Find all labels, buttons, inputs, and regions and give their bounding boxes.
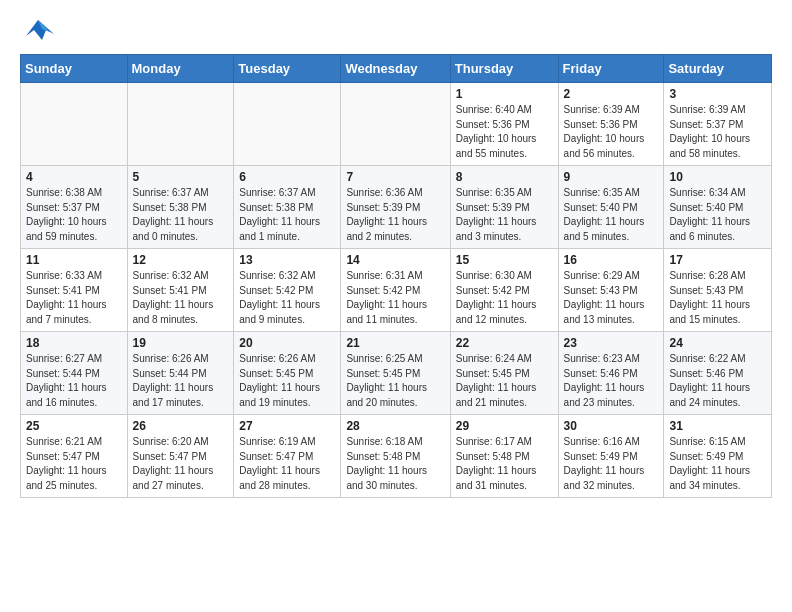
calendar-cell: 10Sunrise: 6:34 AMSunset: 5:40 PMDayligh… [664,166,772,249]
day-number: 17 [669,253,766,267]
calendar-table: SundayMondayTuesdayWednesdayThursdayFrid… [20,54,772,498]
day-number: 30 [564,419,659,433]
calendar-cell: 19Sunrise: 6:26 AMSunset: 5:44 PMDayligh… [127,332,234,415]
calendar-cell [21,83,128,166]
calendar-cell: 13Sunrise: 6:32 AMSunset: 5:42 PMDayligh… [234,249,341,332]
day-info: Sunrise: 6:21 AMSunset: 5:47 PMDaylight:… [26,435,122,493]
day-info: Sunrise: 6:37 AMSunset: 5:38 PMDaylight:… [133,186,229,244]
calendar-cell: 9Sunrise: 6:35 AMSunset: 5:40 PMDaylight… [558,166,664,249]
calendar-week-row: 4Sunrise: 6:38 AMSunset: 5:37 PMDaylight… [21,166,772,249]
calendar-cell: 28Sunrise: 6:18 AMSunset: 5:48 PMDayligh… [341,415,450,498]
day-info: Sunrise: 6:39 AMSunset: 5:36 PMDaylight:… [564,103,659,161]
calendar-cell: 15Sunrise: 6:30 AMSunset: 5:42 PMDayligh… [450,249,558,332]
day-number: 16 [564,253,659,267]
day-number: 20 [239,336,335,350]
calendar-cell: 27Sunrise: 6:19 AMSunset: 5:47 PMDayligh… [234,415,341,498]
logo-icon [20,16,56,46]
calendar-cell: 25Sunrise: 6:21 AMSunset: 5:47 PMDayligh… [21,415,128,498]
header [20,16,772,46]
day-info: Sunrise: 6:29 AMSunset: 5:43 PMDaylight:… [564,269,659,327]
day-info: Sunrise: 6:16 AMSunset: 5:49 PMDaylight:… [564,435,659,493]
calendar-cell: 5Sunrise: 6:37 AMSunset: 5:38 PMDaylight… [127,166,234,249]
day-number: 25 [26,419,122,433]
calendar-cell: 12Sunrise: 6:32 AMSunset: 5:41 PMDayligh… [127,249,234,332]
day-number: 19 [133,336,229,350]
day-info: Sunrise: 6:35 AMSunset: 5:40 PMDaylight:… [564,186,659,244]
day-number: 2 [564,87,659,101]
day-info: Sunrise: 6:25 AMSunset: 5:45 PMDaylight:… [346,352,444,410]
calendar-cell: 14Sunrise: 6:31 AMSunset: 5:42 PMDayligh… [341,249,450,332]
calendar-cell [127,83,234,166]
day-info: Sunrise: 6:23 AMSunset: 5:46 PMDaylight:… [564,352,659,410]
day-info: Sunrise: 6:33 AMSunset: 5:41 PMDaylight:… [26,269,122,327]
weekday-header: Thursday [450,55,558,83]
calendar-week-row: 18Sunrise: 6:27 AMSunset: 5:44 PMDayligh… [21,332,772,415]
day-info: Sunrise: 6:19 AMSunset: 5:47 PMDaylight:… [239,435,335,493]
day-info: Sunrise: 6:37 AMSunset: 5:38 PMDaylight:… [239,186,335,244]
day-info: Sunrise: 6:34 AMSunset: 5:40 PMDaylight:… [669,186,766,244]
day-info: Sunrise: 6:30 AMSunset: 5:42 PMDaylight:… [456,269,553,327]
day-number: 15 [456,253,553,267]
day-info: Sunrise: 6:24 AMSunset: 5:45 PMDaylight:… [456,352,553,410]
day-number: 9 [564,170,659,184]
day-info: Sunrise: 6:22 AMSunset: 5:46 PMDaylight:… [669,352,766,410]
day-number: 24 [669,336,766,350]
calendar-cell: 11Sunrise: 6:33 AMSunset: 5:41 PMDayligh… [21,249,128,332]
day-number: 11 [26,253,122,267]
weekday-header: Tuesday [234,55,341,83]
day-info: Sunrise: 6:26 AMSunset: 5:44 PMDaylight:… [133,352,229,410]
day-number: 1 [456,87,553,101]
day-number: 27 [239,419,335,433]
calendar-cell: 30Sunrise: 6:16 AMSunset: 5:49 PMDayligh… [558,415,664,498]
day-number: 22 [456,336,553,350]
calendar-cell: 2Sunrise: 6:39 AMSunset: 5:36 PMDaylight… [558,83,664,166]
day-number: 12 [133,253,229,267]
day-info: Sunrise: 6:27 AMSunset: 5:44 PMDaylight:… [26,352,122,410]
day-number: 13 [239,253,335,267]
calendar-cell: 24Sunrise: 6:22 AMSunset: 5:46 PMDayligh… [664,332,772,415]
day-info: Sunrise: 6:28 AMSunset: 5:43 PMDaylight:… [669,269,766,327]
calendar-cell: 26Sunrise: 6:20 AMSunset: 5:47 PMDayligh… [127,415,234,498]
calendar-week-row: 11Sunrise: 6:33 AMSunset: 5:41 PMDayligh… [21,249,772,332]
calendar-cell: 8Sunrise: 6:35 AMSunset: 5:39 PMDaylight… [450,166,558,249]
day-info: Sunrise: 6:15 AMSunset: 5:49 PMDaylight:… [669,435,766,493]
weekday-header: Monday [127,55,234,83]
calendar-cell: 20Sunrise: 6:26 AMSunset: 5:45 PMDayligh… [234,332,341,415]
weekday-header: Saturday [664,55,772,83]
calendar-week-row: 25Sunrise: 6:21 AMSunset: 5:47 PMDayligh… [21,415,772,498]
day-number: 8 [456,170,553,184]
day-info: Sunrise: 6:26 AMSunset: 5:45 PMDaylight:… [239,352,335,410]
day-info: Sunrise: 6:38 AMSunset: 5:37 PMDaylight:… [26,186,122,244]
calendar-cell: 17Sunrise: 6:28 AMSunset: 5:43 PMDayligh… [664,249,772,332]
day-info: Sunrise: 6:31 AMSunset: 5:42 PMDaylight:… [346,269,444,327]
day-info: Sunrise: 6:35 AMSunset: 5:39 PMDaylight:… [456,186,553,244]
calendar-cell: 3Sunrise: 6:39 AMSunset: 5:37 PMDaylight… [664,83,772,166]
day-number: 10 [669,170,766,184]
calendar-cell: 18Sunrise: 6:27 AMSunset: 5:44 PMDayligh… [21,332,128,415]
calendar-cell: 6Sunrise: 6:37 AMSunset: 5:38 PMDaylight… [234,166,341,249]
calendar-cell: 16Sunrise: 6:29 AMSunset: 5:43 PMDayligh… [558,249,664,332]
calendar-cell: 1Sunrise: 6:40 AMSunset: 5:36 PMDaylight… [450,83,558,166]
weekday-header-row: SundayMondayTuesdayWednesdayThursdayFrid… [21,55,772,83]
day-number: 18 [26,336,122,350]
calendar-cell: 7Sunrise: 6:36 AMSunset: 5:39 PMDaylight… [341,166,450,249]
calendar-cell: 22Sunrise: 6:24 AMSunset: 5:45 PMDayligh… [450,332,558,415]
calendar-cell: 23Sunrise: 6:23 AMSunset: 5:46 PMDayligh… [558,332,664,415]
day-info: Sunrise: 6:36 AMSunset: 5:39 PMDaylight:… [346,186,444,244]
calendar-cell: 31Sunrise: 6:15 AMSunset: 5:49 PMDayligh… [664,415,772,498]
weekday-header: Sunday [21,55,128,83]
day-info: Sunrise: 6:40 AMSunset: 5:36 PMDaylight:… [456,103,553,161]
day-number: 21 [346,336,444,350]
calendar-cell: 21Sunrise: 6:25 AMSunset: 5:45 PMDayligh… [341,332,450,415]
day-number: 23 [564,336,659,350]
day-info: Sunrise: 6:17 AMSunset: 5:48 PMDaylight:… [456,435,553,493]
calendar-week-row: 1Sunrise: 6:40 AMSunset: 5:36 PMDaylight… [21,83,772,166]
day-number: 5 [133,170,229,184]
day-number: 3 [669,87,766,101]
calendar-cell: 4Sunrise: 6:38 AMSunset: 5:37 PMDaylight… [21,166,128,249]
calendar-cell: 29Sunrise: 6:17 AMSunset: 5:48 PMDayligh… [450,415,558,498]
day-info: Sunrise: 6:18 AMSunset: 5:48 PMDaylight:… [346,435,444,493]
day-number: 6 [239,170,335,184]
logo [20,16,56,46]
day-info: Sunrise: 6:39 AMSunset: 5:37 PMDaylight:… [669,103,766,161]
